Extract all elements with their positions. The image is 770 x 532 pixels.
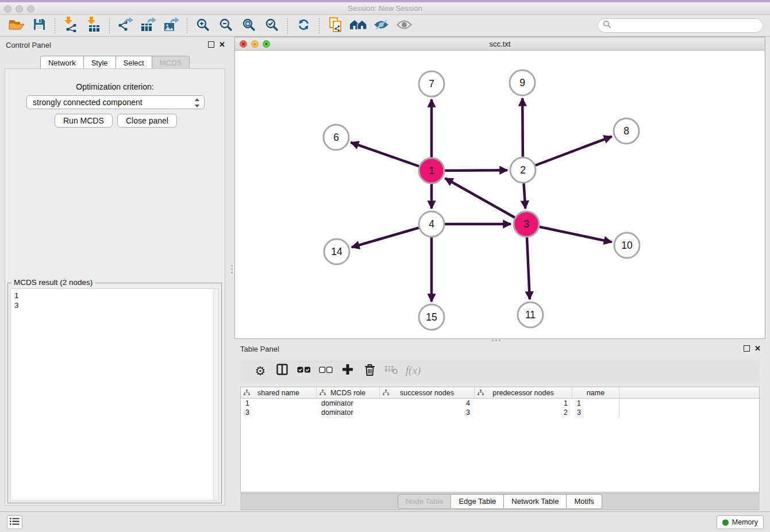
float-panel-icon[interactable] [208, 41, 214, 48]
search-input[interactable] [614, 21, 758, 30]
result-line: 1 [14, 291, 215, 300]
graph-node-7[interactable]: 7 [419, 71, 444, 97]
export-image-button[interactable] [161, 17, 181, 35]
graph-node-label: 8 [623, 125, 629, 137]
delete-table-button-disabled [380, 361, 402, 380]
cell-predecessor-nodes[interactable]: 1 [475, 399, 572, 408]
graph-node-label: 11 [525, 309, 536, 321]
cell-successor-nodes[interactable]: 3 [380, 408, 475, 417]
graph-node-1[interactable]: 1 [419, 158, 444, 183]
trash-icon [364, 364, 375, 378]
tab-node-table[interactable]: Node Table [398, 494, 452, 509]
tab-network-table[interactable]: Network Table [504, 494, 567, 509]
zoom-out-icon [219, 18, 233, 34]
close-panel-icon[interactable]: ✕ [219, 41, 225, 48]
result-scrollbar[interactable] [213, 289, 218, 500]
task-history-button[interactable] [7, 515, 22, 529]
first-neighbors-button[interactable] [348, 17, 368, 35]
cell-shared-name[interactable]: 3 [241, 408, 317, 417]
graph-node-15[interactable]: 15 [419, 304, 444, 330]
create-column-button[interactable] [337, 361, 359, 380]
window-title: Session: New Session [0, 4, 770, 13]
select-all-columns-button[interactable] [293, 361, 315, 380]
export-network-button[interactable] [116, 17, 135, 35]
float-panel-icon[interactable] [744, 345, 750, 352]
table-tab-bar: Node Table Edge Table Network Table Moti… [240, 493, 760, 510]
graph-node-label: 6 [333, 132, 339, 143]
column-header-shared-name[interactable]: shared name [241, 387, 317, 398]
table-header-row: shared name MCDS role successor nodes pr… [241, 387, 759, 399]
search-box[interactable] [598, 18, 763, 33]
tab-motifs[interactable]: Motifs [567, 494, 602, 509]
show-all-button[interactable] [394, 17, 414, 35]
cell-predecessor-nodes[interactable]: 2 [475, 408, 572, 417]
table-row[interactable]: 3 dominator 3 2 3 [241, 408, 759, 417]
unselect-all-columns-button[interactable] [315, 361, 337, 380]
toolbar-separator [187, 18, 187, 33]
criterion-dropdown[interactable]: strongly connected component [26, 95, 205, 109]
graph-node-3[interactable]: 3 [514, 211, 539, 237]
show-columns-button[interactable] [271, 361, 293, 380]
network-view-window: ✕ − + scc.txt 7968124314101511 [234, 37, 765, 339]
table-panel: Table Panel ✕ ⚙ f(x) shared name MCDS ro… [234, 342, 765, 511]
zoom-out-button[interactable] [216, 17, 236, 35]
two-houses-icon [349, 18, 367, 33]
column-header-predecessor-nodes[interactable]: predecessor nodes [475, 387, 572, 398]
vertical-splitter-handle[interactable] [230, 261, 234, 276]
cell-mcds-role[interactable]: dominator [317, 399, 380, 408]
export-table-button[interactable] [138, 17, 158, 35]
open-session-button[interactable] [6, 17, 26, 35]
zoom-in-icon [196, 18, 210, 34]
import-network-icon [63, 17, 78, 34]
graph-edge-2-8[interactable] [523, 137, 612, 170]
column-header-mcds-role[interactable]: MCDS role [317, 387, 380, 398]
table-row[interactable]: 1 dominator 4 1 1 [241, 399, 759, 408]
control-panel-title: Control Panel [6, 41, 51, 49]
graph-node-2[interactable]: 2 [510, 157, 536, 183]
zoom-in-button[interactable] [193, 17, 213, 35]
duplicate-network-button[interactable] [325, 17, 345, 35]
tab-edge-table[interactable]: Edge Table [451, 494, 504, 509]
hide-selected-button[interactable] [371, 17, 391, 35]
graph-node-6[interactable]: 6 [324, 125, 349, 150]
graph-node-9[interactable]: 9 [510, 70, 535, 95]
graph-node-14[interactable]: 14 [324, 239, 349, 264]
table-settings-button[interactable]: ⚙ [249, 361, 271, 380]
delete-column-button[interactable] [359, 361, 380, 380]
memory-button[interactable]: Memory [717, 515, 764, 529]
eye-slash-icon [374, 19, 389, 33]
refresh-button[interactable] [294, 17, 313, 35]
cell-name[interactable]: 1 [572, 399, 619, 408]
unchecked-boxes-icon [319, 365, 333, 376]
gear-icon: ⚙ [255, 365, 266, 377]
export-image-icon [163, 17, 179, 34]
cell-name[interactable]: 3 [572, 408, 619, 417]
cell-successor-nodes[interactable]: 4 [380, 399, 475, 408]
run-mcds-button[interactable]: Run MCDS [55, 114, 113, 128]
graph-node-4[interactable]: 4 [419, 211, 444, 237]
graph-node-11[interactable]: 11 [518, 302, 543, 327]
import-table-button[interactable] [84, 17, 103, 35]
status-bar: Memory [0, 511, 770, 532]
mcds-result-list[interactable]: 1 3 [10, 288, 219, 500]
cell-shared-name[interactable]: 1 [241, 399, 317, 408]
import-network-button[interactable] [61, 17, 80, 35]
import-table-icon [86, 17, 101, 34]
optimization-criterion-label: Optimization criterion: [5, 82, 225, 91]
save-session-button[interactable] [29, 17, 49, 35]
dropdown-stepper-icon [194, 98, 200, 109]
column-header-successor-nodes[interactable]: successor nodes [380, 387, 475, 398]
zoom-fit-button[interactable] [239, 17, 259, 35]
zoom-selected-button[interactable] [262, 17, 282, 35]
network-graph[interactable]: 7968124314101511 [235, 51, 765, 338]
graph-node-10[interactable]: 10 [614, 233, 640, 258]
graph-edge-3-1[interactable] [445, 178, 526, 224]
close-panel-icon[interactable]: ✕ [754, 345, 761, 352]
close-panel-button[interactable]: Close panel [117, 114, 177, 128]
node-table[interactable]: shared name MCDS role successor nodes pr… [240, 387, 760, 492]
graph-node-label: 2 [520, 164, 526, 176]
cell-mcds-role[interactable]: dominator [317, 408, 380, 417]
column-header-name[interactable]: name [572, 387, 619, 398]
network-canvas[interactable]: 7968124314101511 [235, 51, 765, 338]
graph-node-8[interactable]: 8 [614, 118, 639, 144]
